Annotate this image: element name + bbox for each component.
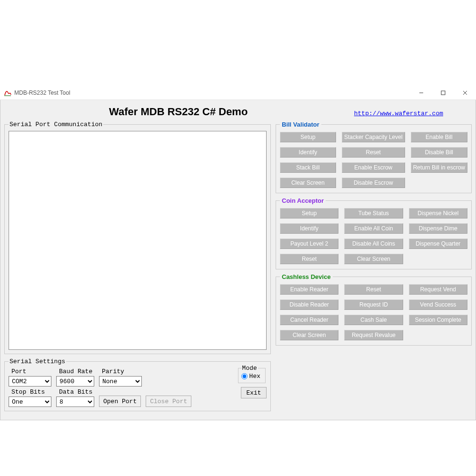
serial-settings-legend: Serial Settings (9, 358, 66, 365)
cashless-enable-button[interactable]: Enable Reader (280, 284, 338, 295)
cashless-cash-sale-button[interactable]: Cash Sale (344, 315, 403, 325)
bill-enable-escrow-button[interactable]: Enable Escrow (342, 162, 405, 173)
window-title: MDB-RS232 Test Tool (14, 89, 410, 96)
cashless-session-complete-button[interactable]: Session Complete (409, 315, 467, 325)
coin-clear-button[interactable]: Clear Screen (344, 254, 403, 264)
app-heading: Wafer MDB RS232 C# Demo (109, 106, 248, 118)
cashless-request-revalue-button[interactable]: Request Revalue (344, 330, 403, 340)
cashless-request-id-button[interactable]: Request ID (344, 299, 403, 310)
coin-disable-all-button[interactable]: Disable All Coins (344, 238, 403, 249)
bill-disable-button[interactable]: Disable Bill (411, 147, 467, 158)
bill-stack-button[interactable]: Stack Bill (280, 162, 336, 173)
baud-select[interactable]: 9600 (56, 376, 94, 387)
coin-enable-all-button[interactable]: Enable All Coin (344, 223, 403, 234)
coin-nickel-button[interactable]: Dispense Nickel (409, 208, 467, 218)
port-select[interactable]: COM2 (9, 376, 51, 387)
cashless-clear-button[interactable]: Clear Screen (280, 330, 338, 340)
cashless-disable-button[interactable]: Disable Reader (280, 299, 338, 310)
coin-acceptor-group: Coin Acceptor Setup Tube Status Dispense… (276, 197, 472, 269)
parity-label: Parity (102, 368, 142, 375)
maximize-button[interactable] (432, 86, 454, 99)
cashless-device-group: Cashless Device Enable Reader Reset Requ… (276, 273, 472, 346)
cashless-reset-button[interactable]: Reset (344, 284, 403, 295)
bill-disable-escrow-button[interactable]: Disable Escrow (342, 178, 405, 188)
open-port-button[interactable]: Open Port (99, 396, 141, 407)
mode-hex-radio[interactable] (241, 373, 248, 379)
bill-clear-button[interactable]: Clear Screen (280, 178, 336, 188)
stopbits-select[interactable]: One (9, 397, 51, 407)
cashless-request-vend-button[interactable]: Request Vend (409, 284, 467, 295)
exit-button[interactable]: Exit (241, 387, 267, 398)
coin-dime-button[interactable]: Dispense Dime (409, 223, 467, 234)
serial-settings-group: Serial Settings Port COM2 Baud Rate 96 (4, 358, 271, 411)
port-label: Port (11, 368, 51, 375)
bill-return-escrow-button[interactable]: Return Bill in escrow (411, 162, 467, 173)
bill-enable-button[interactable]: Enable Bill (411, 132, 467, 142)
cashless-cancel-button[interactable]: Cancel Reader (280, 315, 338, 325)
cashless-device-legend: Cashless Device (280, 273, 333, 280)
stopbits-label: Stop Bits (11, 388, 51, 396)
mode-group: Mode Hex (238, 368, 266, 383)
coin-identify-button[interactable]: Identify (280, 223, 338, 234)
coin-tube-button[interactable]: Tube Status (344, 208, 403, 218)
cashless-vend-success-button[interactable]: Vend Success (409, 299, 467, 310)
bill-validator-legend: Bill Validator (280, 121, 321, 128)
coin-acceptor-legend: Coin Acceptor (280, 197, 326, 204)
minimize-button[interactable] (410, 86, 432, 99)
titlebar: MDB-RS232 Test Tool (0, 86, 476, 100)
coin-reset-button[interactable]: Reset (280, 254, 338, 264)
svg-rect-1 (441, 91, 445, 95)
mode-hex-label: Hex (249, 373, 260, 380)
baud-label: Baud Rate (59, 368, 94, 375)
coin-setup-button[interactable]: Setup (280, 208, 338, 218)
bill-reset-button[interactable]: Reset (342, 147, 405, 158)
serial-comm-group: Serial Port Communication (4, 121, 271, 354)
bill-stacker-button[interactable]: Stacker Capacity Level (342, 132, 405, 142)
parity-select[interactable]: None (99, 376, 142, 387)
website-link[interactable]: http://www.waferstar.com (354, 110, 443, 117)
close-port-button[interactable]: Close Port (146, 396, 191, 407)
bill-setup-button[interactable]: Setup (280, 132, 336, 142)
app-icon (4, 89, 11, 97)
coin-payout2-button[interactable]: Payout Level 2 (280, 238, 338, 249)
databits-label: Data Bits (59, 388, 94, 396)
bill-validator-group: Bill Validator Setup Stacker Capacity Le… (276, 121, 472, 193)
close-button[interactable] (454, 86, 476, 99)
bill-identify-button[interactable]: Identify (280, 147, 336, 158)
mode-legend: Mode (241, 365, 258, 372)
serial-comm-legend: Serial Port Communication (9, 121, 103, 128)
coin-quarter-button[interactable]: Dispense Quarter (409, 238, 467, 249)
databits-select[interactable]: 8 (56, 397, 94, 407)
serial-comm-output[interactable] (9, 131, 267, 350)
